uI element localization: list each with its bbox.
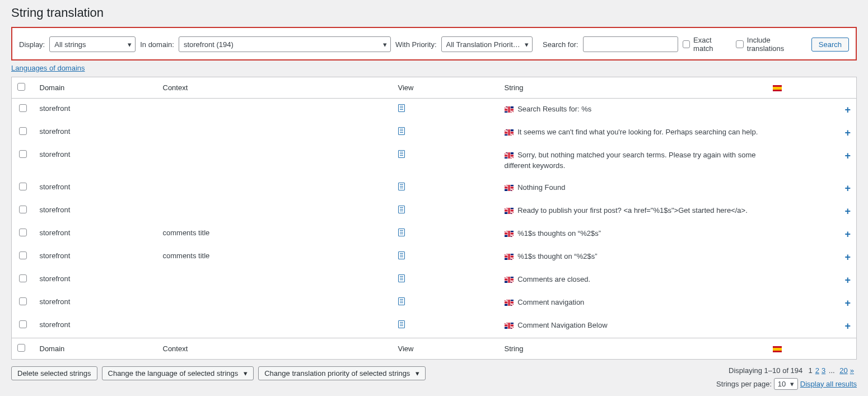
row-domain: storefront xyxy=(34,315,157,338)
priority-select[interactable]: All Translation Priorities ▾ xyxy=(441,36,533,52)
table-row: storefrontcomments title %1$s thoughts o… xyxy=(12,223,857,246)
row-view[interactable] xyxy=(393,145,499,177)
row-checkbox[interactable] xyxy=(19,274,27,282)
row-checkbox[interactable] xyxy=(19,320,27,328)
row-view[interactable] xyxy=(393,315,499,338)
col-domain[interactable]: Domain xyxy=(34,338,157,359)
row-view[interactable] xyxy=(393,292,499,315)
row-string: %1$s thought on “%2$s” xyxy=(499,246,767,269)
spain-flag-icon xyxy=(773,85,782,91)
change-language-select[interactable]: Change the language of selected strings … xyxy=(102,366,254,380)
row-context xyxy=(157,145,393,177)
add-translation-button[interactable]: + xyxy=(844,229,851,240)
col-context[interactable]: Context xyxy=(157,77,393,99)
row-context xyxy=(157,99,393,122)
filter-bar: Display: All strings ▾ In domain: storef… xyxy=(11,27,857,60)
row-string: It seems we can't find what you're looki… xyxy=(499,122,767,145)
display-all-link[interactable]: Display all results xyxy=(800,380,857,388)
search-button[interactable]: Search xyxy=(811,38,849,52)
row-string: Comment Navigation Below xyxy=(499,315,767,338)
view-icon xyxy=(398,229,405,236)
page-title: String translation xyxy=(11,6,857,20)
search-label: Search for: xyxy=(543,40,578,49)
uk-flag-icon xyxy=(505,231,514,237)
per-page-select[interactable]: 10 ▾ xyxy=(774,378,798,390)
col-string[interactable]: String xyxy=(499,77,767,99)
row-string: %1$s thoughts on “%2$s” xyxy=(499,223,767,246)
row-checkbox[interactable] xyxy=(19,183,27,190)
row-view[interactable] xyxy=(393,246,499,269)
row-view[interactable] xyxy=(393,99,499,122)
change-priority-select[interactable]: Change translation priority of selected … xyxy=(258,366,426,380)
view-icon xyxy=(398,297,405,305)
row-checkbox[interactable] xyxy=(19,206,27,213)
pager-link[interactable]: 20 xyxy=(839,366,847,375)
col-context[interactable]: Context xyxy=(157,338,393,359)
uk-flag-icon xyxy=(505,323,514,329)
row-checkbox[interactable] xyxy=(19,297,27,305)
spain-flag-icon xyxy=(773,346,782,352)
domain-select[interactable]: storefront (194) ▾ xyxy=(179,36,391,52)
add-translation-button[interactable]: + xyxy=(844,251,851,263)
pager-current: 1 xyxy=(809,366,813,375)
add-translation-button[interactable]: + xyxy=(844,297,851,309)
row-checkbox[interactable] xyxy=(19,251,27,259)
row-view[interactable] xyxy=(393,223,499,246)
chevron-down-icon: ▾ xyxy=(790,380,794,388)
row-view[interactable] xyxy=(393,269,499,292)
add-translation-button[interactable]: + xyxy=(844,104,851,116)
col-view[interactable]: View xyxy=(393,77,499,99)
row-string: Comment navigation xyxy=(499,292,767,315)
per-page-value: 10 xyxy=(778,380,786,388)
chevron-down-icon: ▾ xyxy=(383,40,387,49)
pager-link[interactable]: » xyxy=(850,366,854,375)
delete-selected-button[interactable]: Delete selected strings xyxy=(11,366,97,380)
table-row: storefront Comment Navigation Below+ xyxy=(12,315,857,338)
languages-of-domains-link[interactable]: Languages of domains xyxy=(11,64,85,72)
col-string[interactable]: String xyxy=(499,338,767,359)
add-translation-button[interactable]: + xyxy=(844,274,851,286)
view-icon xyxy=(398,274,405,282)
table-row: storefront Sorry, but nothing matched yo… xyxy=(12,145,857,177)
col-domain[interactable]: Domain xyxy=(34,77,157,99)
view-icon xyxy=(398,206,405,213)
view-icon xyxy=(398,320,405,328)
search-input[interactable] xyxy=(583,36,678,52)
change-language-label: Change the language of selected strings xyxy=(108,369,239,378)
row-string: Search Results for: %s xyxy=(499,99,767,122)
add-translation-button[interactable]: + xyxy=(844,127,851,139)
select-all-checkbox[interactable] xyxy=(17,83,25,91)
row-string: Ready to publish your first post? <a hre… xyxy=(499,200,767,223)
row-view[interactable] xyxy=(393,122,499,145)
row-string: Comments are closed. xyxy=(499,269,767,292)
row-checkbox[interactable] xyxy=(19,104,27,112)
include-translations-checkbox[interactable]: Include translations xyxy=(736,36,806,53)
row-checkbox[interactable] xyxy=(19,150,27,158)
uk-flag-icon xyxy=(505,254,514,260)
table-row: storefront Ready to publish your first p… xyxy=(12,200,857,223)
add-translation-button[interactable]: + xyxy=(844,320,851,332)
row-view[interactable] xyxy=(393,177,499,200)
col-view[interactable]: View xyxy=(393,338,499,359)
pager-link[interactable]: 2 xyxy=(815,366,819,375)
add-translation-button[interactable]: + xyxy=(844,150,851,162)
caret-down-icon: ▾ xyxy=(416,369,419,378)
row-domain: storefront xyxy=(34,99,157,122)
row-context: comments title xyxy=(157,223,393,246)
display-select[interactable]: All strings ▾ xyxy=(49,36,136,52)
add-translation-button[interactable]: + xyxy=(844,183,851,194)
add-translation-button[interactable]: + xyxy=(844,206,851,217)
priority-select-value: All Translation Priorities xyxy=(446,40,521,49)
row-domain: storefront xyxy=(34,269,157,292)
row-view[interactable] xyxy=(393,200,499,223)
table-row: storefront Comment navigation+ xyxy=(12,292,857,315)
exact-match-checkbox[interactable]: Exact match xyxy=(683,36,732,53)
select-all-checkbox[interactable] xyxy=(17,344,25,352)
pager-summary: Displaying 1–10 of 194 xyxy=(729,366,802,375)
table-row: storefront It seems we can't find what y… xyxy=(12,122,857,145)
row-context xyxy=(157,122,393,145)
row-checkbox[interactable] xyxy=(19,127,27,135)
pager-link[interactable]: 3 xyxy=(822,366,825,375)
table-row: storefront Comments are closed.+ xyxy=(12,269,857,292)
row-checkbox[interactable] xyxy=(19,229,27,236)
